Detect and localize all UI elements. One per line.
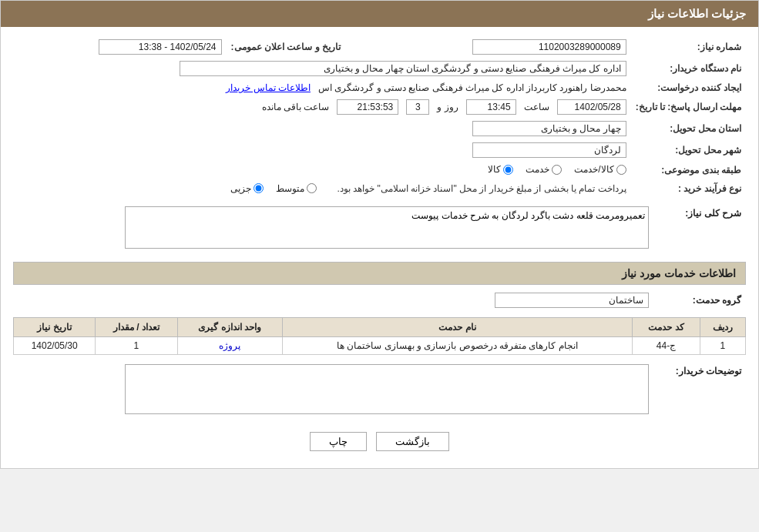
city-box: لردگان — [472, 142, 626, 158]
row-city: شهر محل تحویل: لردگان — [13, 139, 746, 161]
cell-qty: 1 — [96, 336, 177, 354]
radio-khedmat-label: خدمت — [526, 164, 549, 175]
creator-label: ایجاد کننده درخواست: — [631, 79, 746, 96]
buyer-org-box: اداره کل میراث فرهنگی صنایع دستی و گردشگ… — [180, 61, 626, 76]
radio-motavasset-label: متوسط — [276, 183, 304, 194]
buyer-desc-label: توضیحات خریدار: — [653, 361, 746, 420]
deadline-time-label: ساعت — [524, 102, 549, 112]
purchase-type-note: پرداخت تمام یا بخشی از مبلغ خریدار از مح… — [337, 183, 626, 194]
row-creator: ایجاد کننده درخواست: محمدرضا راهنورد کار… — [13, 79, 746, 96]
col-code: کد حدمت — [633, 317, 700, 336]
radio-jozyi-label: جزیی — [230, 183, 251, 194]
cell-date: 1402/05/30 — [14, 336, 96, 354]
services-table-header-row: ردیف کد حدمت نام حدمت واحد اندازه گیری ت… — [14, 317, 746, 336]
buyer-desc-textarea[interactable] — [125, 364, 649, 414]
description-textarea[interactable] — [125, 206, 649, 249]
description-table: شرح کلی نیاز: — [13, 203, 746, 254]
deadline-days-label: روز و — [437, 102, 458, 112]
service-group-label: گروه حدمت: — [653, 289, 746, 311]
radio-kala-khedmat: کالا/خدمت — [574, 164, 626, 175]
radio-kala-label: کالا — [488, 164, 501, 175]
page-wrapper: جزئیات اطلاعات نیاز شماره نیاز: 11020032… — [0, 0, 759, 469]
col-row: ردیف — [700, 317, 745, 336]
category-label: طبقه بندی موضوعی: — [631, 161, 746, 180]
creator-value: محمدرضا راهنورد کاربرداز اداره کل میراث … — [318, 82, 626, 93]
col-qty: تعداد / مقدار — [96, 317, 177, 336]
deadline-days-box: 3 — [406, 99, 429, 115]
row-purchase-type: نوع فرآیند خرید : پرداخت تمام یا بخشی از… — [13, 180, 746, 197]
purchase-type-label: نوع فرآیند خرید : — [631, 180, 746, 197]
radio-kala-input[interactable] — [503, 165, 513, 175]
col-name: نام حدمت — [282, 317, 633, 336]
service-group-table: گروه حدمت: ساختمان — [13, 289, 746, 311]
need-number-box: 1102003289000089 — [472, 39, 626, 55]
row-buyer-org: نام دستگاه خریدار: اداره کل میراث فرهنگی… — [13, 58, 746, 79]
row-province: استان محل تحویل: چهار محال و بختیاری — [13, 118, 746, 139]
city-label: شهر محل تحویل: — [631, 139, 746, 161]
deadline-label: مهلت ارسال پاسخ: تا تاریخ: — [631, 96, 746, 118]
radio-kala-khedmat-input[interactable] — [616, 165, 626, 175]
date-label: تاریخ و ساعت اعلان عمومی: — [227, 36, 345, 58]
print-button[interactable]: چاپ — [310, 432, 367, 451]
province-label: استان محل تحویل: — [631, 118, 746, 139]
col-unit: واحد اندازه گیری — [177, 317, 282, 336]
row-need-number: شماره نیاز: 1102003289000089 تاریخ و ساع… — [13, 36, 746, 58]
category-radio-group: کالا/خدمت خدمت کالا — [488, 164, 626, 175]
page-title: جزئیات اطلاعات نیاز — [648, 7, 746, 20]
buyer-org-label: نام دستگاه خریدار: — [631, 58, 746, 79]
radio-motavasset-input[interactable] — [307, 183, 317, 193]
deadline-remaining-box: 21:53:53 — [337, 99, 398, 115]
table-row: 1ج-44انجام کارهای متفرقه درخصوص بازسازی … — [14, 336, 746, 354]
button-bar: بازگشت چاپ — [13, 432, 746, 451]
cell-row: 1 — [700, 336, 745, 354]
services-header: اطلاعات خدمات مورد نیاز — [13, 262, 746, 285]
service-group-box: ساختمان — [495, 293, 649, 308]
purchase-radio-group: پرداخت تمام یا بخشی از مبلغ خریدار از مح… — [230, 183, 626, 194]
description-label: شرح کلی نیاز: — [653, 203, 746, 254]
need-number-label: شماره نیاز: — [631, 36, 746, 58]
cell-unit: پروژه — [177, 336, 282, 354]
radio-motavasset: متوسط — [276, 183, 317, 194]
radio-jozyi-input[interactable] — [254, 183, 264, 193]
radio-kala-khedmat-label: کالا/خدمت — [574, 164, 613, 175]
row-service-group: گروه حدمت: ساختمان — [13, 289, 746, 311]
creator-link[interactable]: اطلاعات تماس خریدار — [226, 82, 311, 93]
row-description: شرح کلی نیاز: — [13, 203, 746, 254]
radio-jozyi: جزیی — [230, 183, 264, 194]
date-value: 1402/05/24 - 13:38 — [13, 36, 227, 58]
radio-khedmat-input[interactable] — [552, 165, 562, 175]
deadline-date-box: 1402/05/28 — [557, 99, 626, 115]
buyer-desc-table: توضیحات خریدار: — [13, 361, 746, 420]
services-table: ردیف کد حدمت نام حدمت واحد اندازه گیری ت… — [13, 317, 746, 355]
deadline-remaining-label: ساعت باقی مانده — [262, 102, 330, 112]
row-category: طبقه بندی موضوعی: کالا/خدمت خدمت — [13, 161, 746, 180]
province-box: چهار محال و بختیاری — [472, 121, 626, 136]
col-date: تاریخ نیاز — [14, 317, 96, 336]
row-buyer-desc: توضیحات خریدار: — [13, 361, 746, 420]
main-info-table: شماره نیاز: 1102003289000089 تاریخ و ساع… — [13, 36, 746, 197]
back-button[interactable]: بازگشت — [376, 432, 449, 451]
row-deadline: مهلت ارسال پاسخ: تا تاریخ: 1402/05/28 سا… — [13, 96, 746, 118]
radio-khedmat: خدمت — [526, 164, 562, 175]
deadline-time-box: 13:45 — [466, 99, 516, 115]
page-header: جزئیات اطلاعات نیاز — [1, 1, 758, 27]
date-box: 1402/05/24 - 13:38 — [99, 39, 222, 55]
content-area: شماره نیاز: 1102003289000089 تاریخ و ساع… — [1, 27, 758, 468]
need-number-value: 1102003289000089 — [368, 36, 631, 58]
cell-name: انجام کارهای متفرقه درخصوص بازسازی و بهس… — [282, 336, 633, 354]
radio-kala: کالا — [488, 164, 513, 175]
cell-code: ج-44 — [633, 336, 700, 354]
